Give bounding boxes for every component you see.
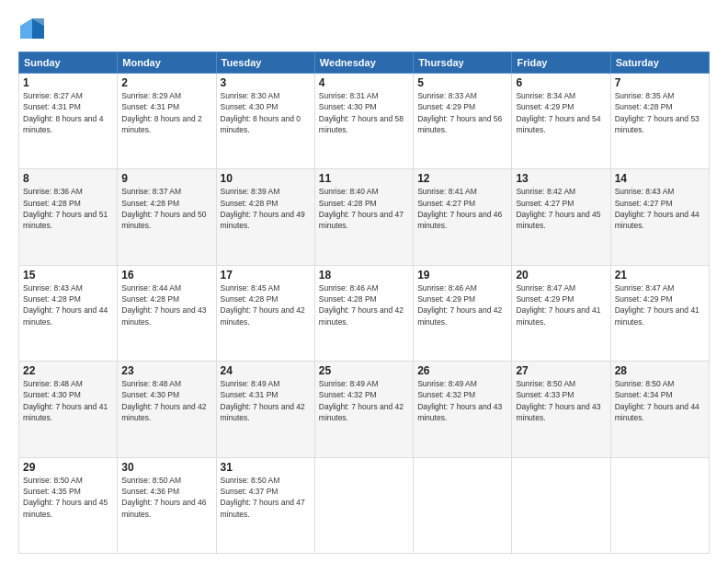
day-info: Sunrise: 8:42 AMSunset: 4:27 PMDaylight:…	[516, 187, 600, 230]
day-cell	[314, 457, 413, 553]
day-cell: 25 Sunrise: 8:49 AMSunset: 4:32 PMDaylig…	[314, 362, 413, 457]
day-number: 6	[516, 76, 606, 89]
page: SundayMondayTuesdayWednesdayThursdayFrid…	[0, 0, 728, 563]
day-number: 3	[221, 76, 311, 89]
day-info: Sunrise: 8:40 AMSunset: 4:28 PMDaylight:…	[319, 187, 404, 230]
day-number: 12	[417, 172, 507, 185]
week-row-5: 29 Sunrise: 8:50 AMSunset: 4:35 PMDaylig…	[19, 457, 710, 553]
col-header-wednesday: Wednesday	[314, 52, 413, 74]
day-number: 29	[23, 461, 113, 474]
day-cell: 13 Sunrise: 8:42 AMSunset: 4:27 PMDaylig…	[512, 169, 610, 265]
day-info: Sunrise: 8:30 AMSunset: 4:30 PMDaylight:…	[221, 91, 301, 134]
day-number: 2	[121, 76, 211, 89]
day-info: Sunrise: 8:46 AMSunset: 4:29 PMDaylight:…	[417, 283, 502, 327]
day-info: Sunrise: 8:45 AMSunset: 4:28 PMDaylight:…	[221, 283, 305, 327]
day-info: Sunrise: 8:41 AMSunset: 4:27 PMDaylight:…	[417, 187, 502, 230]
day-cell: 27 Sunrise: 8:50 AMSunset: 4:33 PMDaylig…	[512, 362, 610, 457]
day-info: Sunrise: 8:44 AMSunset: 4:28 PMDaylight:…	[121, 283, 206, 327]
day-number: 4	[319, 76, 409, 89]
day-cell	[512, 457, 610, 553]
day-cell: 29 Sunrise: 8:50 AMSunset: 4:35 PMDaylig…	[19, 457, 118, 553]
day-cell: 4 Sunrise: 8:31 AMSunset: 4:30 PMDayligh…	[314, 74, 413, 169]
day-cell: 3 Sunrise: 8:30 AMSunset: 4:30 PMDayligh…	[216, 74, 314, 169]
day-cell: 14 Sunrise: 8:43 AMSunset: 4:27 PMDaylig…	[610, 169, 709, 265]
day-number: 22	[23, 364, 113, 377]
day-info: Sunrise: 8:43 AMSunset: 4:28 PMDaylight:…	[23, 283, 108, 327]
col-header-saturday: Saturday	[610, 52, 709, 74]
day-cell	[414, 457, 512, 553]
day-info: Sunrise: 8:47 AMSunset: 4:29 PMDaylight:…	[615, 283, 700, 327]
day-cell: 16 Sunrise: 8:44 AMSunset: 4:28 PMDaylig…	[118, 265, 216, 361]
day-info: Sunrise: 8:49 AMSunset: 4:32 PMDaylight:…	[417, 379, 502, 422]
day-info: Sunrise: 8:34 AMSunset: 4:29 PMDaylight:…	[516, 91, 600, 134]
day-number: 11	[319, 172, 409, 185]
day-cell: 6 Sunrise: 8:34 AMSunset: 4:29 PMDayligh…	[512, 74, 610, 169]
day-number: 26	[417, 364, 507, 377]
day-cell: 2 Sunrise: 8:29 AMSunset: 4:31 PMDayligh…	[118, 74, 216, 169]
day-cell: 30 Sunrise: 8:50 AMSunset: 4:36 PMDaylig…	[118, 457, 216, 553]
day-info: Sunrise: 8:50 AMSunset: 4:34 PMDaylight:…	[615, 379, 700, 422]
day-number: 7	[615, 76, 705, 89]
day-info: Sunrise: 8:35 AMSunset: 4:28 PMDaylight:…	[615, 91, 700, 134]
day-info: Sunrise: 8:37 AMSunset: 4:28 PMDaylight:…	[121, 187, 206, 230]
day-cell: 19 Sunrise: 8:46 AMSunset: 4:29 PMDaylig…	[414, 265, 512, 361]
day-cell: 23 Sunrise: 8:48 AMSunset: 4:30 PMDaylig…	[118, 362, 216, 457]
day-info: Sunrise: 8:31 AMSunset: 4:30 PMDaylight:…	[319, 91, 404, 134]
col-header-monday: Monday	[118, 52, 216, 74]
logo	[18, 17, 50, 42]
day-cell: 7 Sunrise: 8:35 AMSunset: 4:28 PMDayligh…	[610, 74, 709, 169]
day-number: 27	[516, 364, 606, 377]
day-info: Sunrise: 8:29 AMSunset: 4:31 PMDaylight:…	[121, 91, 201, 134]
day-cell: 1 Sunrise: 8:27 AMSunset: 4:31 PMDayligh…	[19, 74, 118, 169]
day-cell: 5 Sunrise: 8:33 AMSunset: 4:29 PMDayligh…	[414, 74, 512, 169]
day-number: 21	[615, 269, 705, 282]
day-info: Sunrise: 8:46 AMSunset: 4:28 PMDaylight:…	[319, 283, 404, 327]
col-header-thursday: Thursday	[414, 52, 512, 74]
day-info: Sunrise: 8:49 AMSunset: 4:32 PMDaylight:…	[319, 379, 404, 422]
calendar-header-row: SundayMondayTuesdayWednesdayThursdayFrid…	[19, 52, 710, 74]
col-header-sunday: Sunday	[19, 52, 118, 74]
day-number: 5	[417, 76, 507, 89]
day-info: Sunrise: 8:50 AMSunset: 4:35 PMDaylight:…	[23, 476, 108, 519]
day-cell: 26 Sunrise: 8:49 AMSunset: 4:32 PMDaylig…	[414, 362, 512, 457]
day-cell: 9 Sunrise: 8:37 AMSunset: 4:28 PMDayligh…	[118, 169, 216, 265]
day-info: Sunrise: 8:50 AMSunset: 4:37 PMDaylight:…	[221, 476, 305, 519]
day-info: Sunrise: 8:33 AMSunset: 4:29 PMDaylight:…	[417, 91, 502, 134]
header	[18, 17, 710, 42]
day-info: Sunrise: 8:36 AMSunset: 4:28 PMDaylight:…	[23, 187, 108, 230]
col-header-tuesday: Tuesday	[216, 52, 314, 74]
day-number: 31	[221, 461, 311, 474]
col-header-friday: Friday	[512, 52, 610, 74]
day-cell: 21 Sunrise: 8:47 AMSunset: 4:29 PMDaylig…	[610, 265, 709, 361]
day-number: 1	[23, 76, 113, 89]
day-info: Sunrise: 8:39 AMSunset: 4:28 PMDaylight:…	[221, 187, 305, 230]
day-number: 20	[516, 269, 606, 282]
day-info: Sunrise: 8:48 AMSunset: 4:30 PMDaylight:…	[23, 379, 108, 422]
day-cell: 22 Sunrise: 8:48 AMSunset: 4:30 PMDaylig…	[19, 362, 118, 457]
day-info: Sunrise: 8:27 AMSunset: 4:31 PMDaylight:…	[23, 91, 103, 134]
day-number: 17	[221, 269, 311, 282]
day-info: Sunrise: 8:50 AMSunset: 4:33 PMDaylight:…	[516, 379, 600, 422]
day-cell: 31 Sunrise: 8:50 AMSunset: 4:37 PMDaylig…	[216, 457, 314, 553]
day-number: 19	[417, 269, 507, 282]
day-info: Sunrise: 8:48 AMSunset: 4:30 PMDaylight:…	[121, 379, 206, 422]
day-cell: 8 Sunrise: 8:36 AMSunset: 4:28 PMDayligh…	[19, 169, 118, 265]
day-number: 30	[121, 461, 211, 474]
day-cell: 28 Sunrise: 8:50 AMSunset: 4:34 PMDaylig…	[610, 362, 709, 457]
calendar-table: SundayMondayTuesdayWednesdayThursdayFrid…	[18, 52, 710, 554]
day-cell: 24 Sunrise: 8:49 AMSunset: 4:31 PMDaylig…	[216, 362, 314, 457]
week-row-1: 1 Sunrise: 8:27 AMSunset: 4:31 PMDayligh…	[19, 74, 710, 169]
day-info: Sunrise: 8:43 AMSunset: 4:27 PMDaylight:…	[615, 187, 700, 230]
day-number: 25	[319, 364, 409, 377]
week-row-2: 8 Sunrise: 8:36 AMSunset: 4:28 PMDayligh…	[19, 169, 710, 265]
day-number: 10	[221, 172, 311, 185]
day-info: Sunrise: 8:50 AMSunset: 4:36 PMDaylight:…	[121, 476, 206, 519]
day-cell: 11 Sunrise: 8:40 AMSunset: 4:28 PMDaylig…	[314, 169, 413, 265]
day-number: 8	[23, 172, 113, 185]
day-info: Sunrise: 8:49 AMSunset: 4:31 PMDaylight:…	[221, 379, 305, 422]
day-cell: 15 Sunrise: 8:43 AMSunset: 4:28 PMDaylig…	[19, 265, 118, 361]
day-number: 15	[23, 269, 113, 282]
day-cell	[610, 457, 709, 553]
day-number: 16	[121, 269, 211, 282]
day-cell: 10 Sunrise: 8:39 AMSunset: 4:28 PMDaylig…	[216, 169, 314, 265]
